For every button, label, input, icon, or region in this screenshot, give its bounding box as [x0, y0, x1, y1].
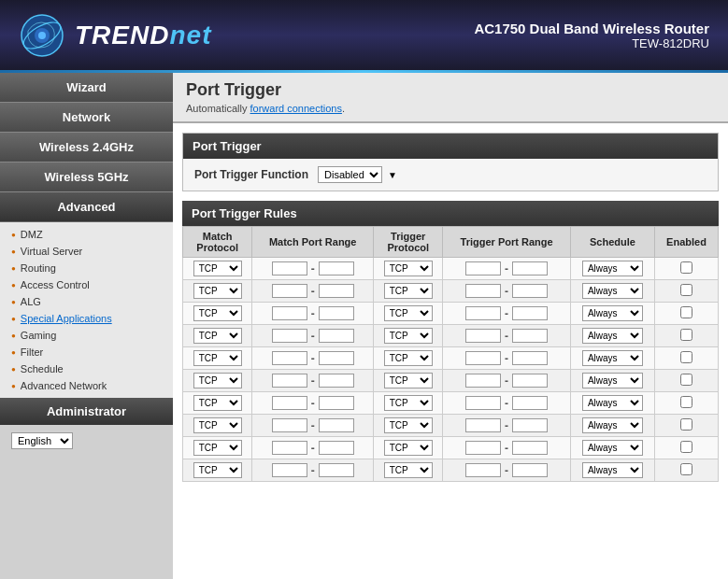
match-port-start[interactable]: [272, 463, 307, 477]
match-port-start[interactable]: [272, 261, 307, 275]
sidebar-item-alg[interactable]: ● ALG: [0, 293, 173, 310]
match-proto-select[interactable]: TCPUDPBoth: [193, 328, 242, 344]
match-port-end[interactable]: [319, 374, 354, 388]
trigger-port-end[interactable]: [512, 306, 548, 320]
schedule-select[interactable]: AlwaysCustom: [582, 283, 643, 299]
trigger-port-start[interactable]: [465, 418, 501, 432]
sidebar-item-routing[interactable]: ● Routing: [0, 260, 173, 276]
sidebar-item-access-control[interactable]: ● Access Control: [0, 276, 173, 293]
match-port-start[interactable]: [272, 284, 307, 298]
enabled-checkbox[interactable]: [680, 463, 692, 475]
match-port-end[interactable]: [319, 306, 354, 320]
schedule-select[interactable]: AlwaysCustom: [582, 373, 643, 388]
enabled-checkbox[interactable]: [680, 284, 692, 296]
match-proto-select[interactable]: TCPUDPBoth: [193, 261, 242, 276]
match-proto-select[interactable]: TCPUDPBoth: [193, 305, 242, 321]
enabled-checkbox[interactable]: [680, 396, 692, 408]
trigger-proto-select[interactable]: TCPUDPBoth: [384, 283, 433, 299]
trigger-port-range-cell: -: [443, 437, 570, 459]
sidebar-wireless5-btn[interactable]: Wireless 5GHz: [0, 162, 173, 192]
sidebar-item-virtual-server[interactable]: ● Virtual Server: [0, 243, 173, 260]
match-port-end[interactable]: [319, 463, 354, 477]
sidebar-network-btn[interactable]: Network: [0, 103, 173, 133]
language-select[interactable]: English French German Spanish: [11, 432, 73, 449]
schedule-select[interactable]: AlwaysCustom: [582, 440, 643, 456]
match-port-end[interactable]: [319, 418, 354, 432]
match-proto-select[interactable]: TCPUDPBoth: [193, 373, 242, 388]
schedule-select[interactable]: AlwaysCustom: [582, 417, 643, 433]
match-proto-select[interactable]: TCPUDPBoth: [193, 462, 242, 478]
sidebar-item-dmz[interactable]: ● DMZ: [0, 226, 173, 243]
sidebar-item-advanced-network[interactable]: ● Advanced Network: [0, 377, 173, 394]
trigger-port-start[interactable]: [465, 351, 501, 365]
trigger-proto-select[interactable]: TCPUDPBoth: [384, 417, 433, 433]
schedule-select[interactable]: AlwaysCustom: [582, 350, 643, 366]
enabled-checkbox[interactable]: [680, 351, 692, 363]
enabled-checkbox[interactable]: [680, 306, 692, 318]
trigger-proto-select[interactable]: TCPUDPBoth: [384, 350, 433, 366]
trigger-port-end[interactable]: [512, 351, 548, 365]
trigger-port-start[interactable]: [465, 374, 501, 388]
match-port-end[interactable]: [319, 284, 354, 298]
trigger-proto-select[interactable]: TCPUDPBoth: [384, 395, 433, 411]
trigger-port-start[interactable]: [465, 306, 501, 320]
sidebar-item-filter[interactable]: ● Filter: [0, 344, 173, 360]
schedule-select[interactable]: AlwaysCustom: [582, 328, 643, 344]
match-port-start[interactable]: [272, 441, 307, 455]
match-port-end[interactable]: [319, 261, 354, 275]
match-port-start[interactable]: [272, 396, 307, 410]
match-port-end[interactable]: [319, 441, 354, 455]
enabled-checkbox[interactable]: [680, 441, 692, 453]
trigger-port-start[interactable]: [465, 396, 501, 410]
match-proto-select[interactable]: TCPUDPBoth: [193, 417, 242, 433]
trigger-port-end[interactable]: [512, 463, 548, 477]
match-proto-select[interactable]: TCPUDPBoth: [193, 283, 242, 299]
special-apps-link[interactable]: Special Applications: [21, 313, 112, 324]
match-port-end[interactable]: [319, 351, 354, 365]
trigger-proto-select[interactable]: TCPUDPBoth: [384, 328, 433, 344]
schedule-select[interactable]: AlwaysCustom: [582, 395, 643, 411]
schedule-select[interactable]: AlwaysCustom: [582, 305, 643, 321]
match-proto-select[interactable]: TCPUDPBoth: [193, 350, 242, 366]
match-proto-select[interactable]: TCPUDPBoth: [193, 440, 242, 456]
match-port-start[interactable]: [272, 306, 307, 320]
match-port-end[interactable]: [319, 396, 354, 410]
trigger-port-end[interactable]: [512, 418, 548, 432]
trigger-port-end[interactable]: [512, 374, 548, 388]
enabled-checkbox[interactable]: [680, 329, 692, 341]
forward-link[interactable]: forward connections: [250, 103, 341, 114]
match-port-start[interactable]: [272, 374, 307, 388]
enabled-cell: [654, 258, 718, 280]
match-port-start[interactable]: [272, 329, 307, 343]
sidebar-item-special-apps[interactable]: ● Special Applications: [0, 310, 173, 327]
trigger-proto-select[interactable]: TCPUDPBoth: [384, 440, 433, 456]
trigger-port-end[interactable]: [512, 396, 548, 410]
sidebar-wizard-btn[interactable]: Wizard: [0, 73, 173, 103]
schedule-select[interactable]: AlwaysCustom: [582, 462, 643, 478]
schedule-select[interactable]: AlwaysCustom: [582, 261, 643, 276]
trigger-port-end[interactable]: [512, 329, 548, 343]
trigger-proto-select[interactable]: TCPUDPBoth: [384, 305, 433, 321]
trigger-proto-select[interactable]: TCPUDPBoth: [384, 373, 433, 388]
match-port-start[interactable]: [272, 418, 307, 432]
trigger-proto-select[interactable]: TCPUDPBoth: [384, 261, 433, 276]
trigger-port-end[interactable]: [512, 261, 548, 275]
trigger-port-end[interactable]: [512, 441, 548, 455]
trigger-port-start[interactable]: [465, 463, 501, 477]
trigger-port-start[interactable]: [465, 261, 501, 275]
trigger-port-end[interactable]: [512, 284, 548, 298]
enabled-checkbox[interactable]: [680, 261, 692, 274]
match-port-start[interactable]: [272, 351, 307, 365]
match-port-end[interactable]: [319, 329, 354, 343]
trigger-port-start[interactable]: [465, 329, 501, 343]
trigger-port-start[interactable]: [465, 284, 501, 298]
trigger-port-start[interactable]: [465, 441, 501, 455]
sidebar-wireless24-btn[interactable]: Wireless 2.4GHz: [0, 133, 173, 162]
function-select[interactable]: Disabled Enabled: [318, 166, 382, 183]
match-proto-select[interactable]: TCPUDPBoth: [193, 395, 242, 411]
trigger-proto-select[interactable]: TCPUDPBoth: [384, 462, 433, 478]
enabled-checkbox[interactable]: [680, 418, 692, 431]
sidebar-item-gaming[interactable]: ● Gaming: [0, 327, 173, 344]
enabled-checkbox[interactable]: [680, 374, 692, 386]
sidebar-item-schedule[interactable]: ● Schedule: [0, 360, 173, 377]
